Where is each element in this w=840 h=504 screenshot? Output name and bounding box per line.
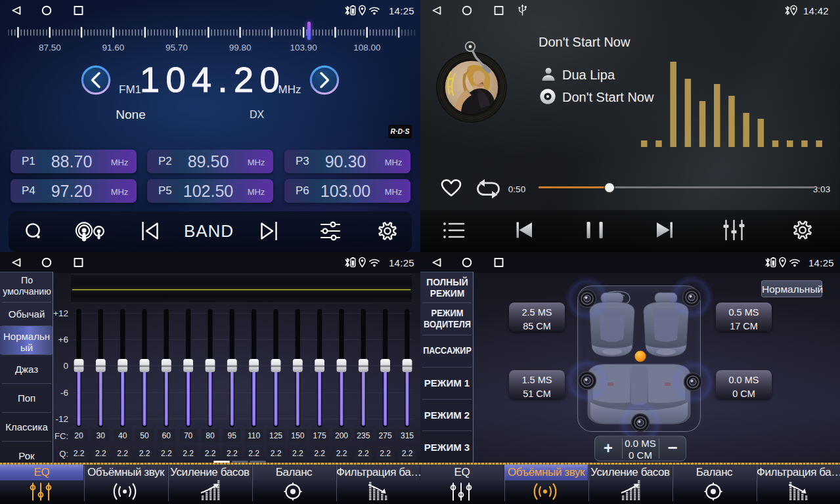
svg-text:91.60: 91.60	[102, 43, 125, 52]
svg-text:99.80: 99.80	[229, 43, 252, 52]
svg-text:108.00: 108.00	[353, 43, 380, 52]
svg-text:87.50: 87.50	[39, 43, 61, 52]
svg-text:95.70: 95.70	[166, 43, 188, 52]
svg-text:103.90: 103.90	[290, 43, 317, 52]
